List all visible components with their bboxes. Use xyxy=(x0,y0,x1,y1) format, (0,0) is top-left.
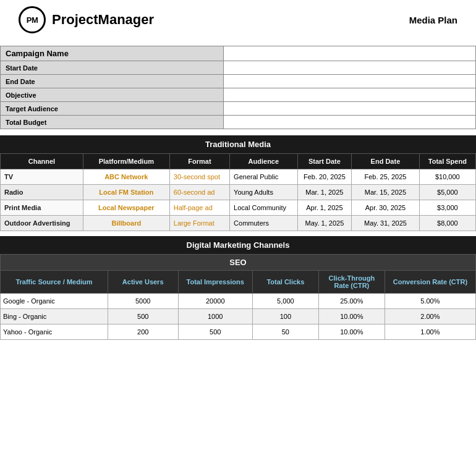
channel-cell: Radio xyxy=(1,185,83,200)
convrate-cell: 5.00% xyxy=(385,294,475,309)
channel-cell: Print Media xyxy=(1,200,83,216)
logo-initials: PM xyxy=(27,15,38,25)
campaign-label-1: Start Date xyxy=(1,61,224,75)
clicks-cell: 50 xyxy=(252,324,318,340)
traditional-media-table: ChannelPlatform/MediumFormatAudienceStar… xyxy=(0,153,476,231)
campaign-label-2: End Date xyxy=(1,75,224,88)
platform-cell: Billboard xyxy=(83,216,169,231)
campaign-value-0[interactable] xyxy=(224,46,476,61)
format-cell: 30-second spot xyxy=(169,169,229,185)
digital-marketing-section: Digital Marketing Channels SEOTraffic So… xyxy=(0,236,476,340)
enddate-cell: Apr. 30, 2025 xyxy=(352,200,420,216)
format-cell: 60-second ad xyxy=(169,185,229,200)
activeusers-cell: 5000 xyxy=(108,294,178,309)
campaign-value-1[interactable] xyxy=(224,61,476,75)
channel-cell: TV xyxy=(1,169,83,185)
enddate-cell: May. 31, 2025 xyxy=(352,216,420,231)
traffic-cell: Google - Organic xyxy=(1,294,108,309)
logo-icon: PM xyxy=(19,6,46,33)
table-row: TV ABC Network 30-second spot General Pu… xyxy=(1,169,476,185)
digital-col-5: Conversion Rate (CTR) xyxy=(385,271,475,294)
campaign-info-table: Campaign NameStart DateEnd DateObjective… xyxy=(0,46,476,129)
clicks-cell: 100 xyxy=(252,309,318,324)
campaign-value-5[interactable] xyxy=(224,116,476,129)
convrate-cell: 1.00% xyxy=(385,324,475,340)
traditional-col-4: Start Date xyxy=(297,154,352,169)
table-row: Outdoor Advertising Billboard Large Form… xyxy=(1,216,476,231)
seo-subheader-row: SEO xyxy=(1,255,476,271)
traffic-cell: Bing - Organic xyxy=(1,309,108,324)
audience-cell: Commuters xyxy=(230,216,298,231)
platform-cell: Local Newspaper xyxy=(83,200,169,216)
audience-cell: Young Adults xyxy=(230,185,298,200)
logo-area: PM ProjectManager xyxy=(19,6,154,33)
spend-cell: $5,000 xyxy=(419,185,475,200)
digital-col-0: Traffic Source / Medium xyxy=(1,271,108,294)
startdate-cell: Mar. 1, 2025 xyxy=(297,185,352,200)
audience-cell: General Public xyxy=(230,169,298,185)
list-item: Google - Organic 5000 20000 5,000 25.00%… xyxy=(1,294,476,309)
channel-cell: Outdoor Advertising xyxy=(1,216,83,231)
campaign-label-4: Target Audience xyxy=(1,102,224,116)
digital-marketing-table: SEOTraffic Source / MediumActive UsersTo… xyxy=(0,254,476,340)
format-cell: Large Format xyxy=(169,216,229,231)
list-item: Yahoo - Organic 200 500 50 10.00% 1.00% xyxy=(1,324,476,340)
impressions-cell: 20000 xyxy=(178,294,252,309)
platform-cell: ABC Network xyxy=(83,169,169,185)
clicks-cell: 5,000 xyxy=(252,294,318,309)
digital-marketing-title: Digital Marketing Channels xyxy=(0,236,476,254)
campaign-label-5: Total Budget xyxy=(1,116,224,129)
audience-cell: Local Community xyxy=(230,200,298,216)
ctr-cell: 25.00% xyxy=(318,294,385,309)
digital-header-row: Traffic Source / MediumActive UsersTotal… xyxy=(1,271,476,294)
campaign-value-4[interactable] xyxy=(224,102,476,116)
spend-cell: $10,000 xyxy=(419,169,475,185)
campaign-value-2[interactable] xyxy=(224,75,476,88)
ctr-cell: 10.00% xyxy=(318,324,385,340)
list-item: Bing - Organic 500 1000 100 10.00% 2.00% xyxy=(1,309,476,324)
ctr-cell: 10.00% xyxy=(318,309,385,324)
campaign-value-3[interactable] xyxy=(224,88,476,102)
page-header: PM ProjectManager Media Plan xyxy=(0,0,476,40)
digital-col-4: Click-Through Rate (CTR) xyxy=(318,271,385,294)
spend-cell: $3,000 xyxy=(419,200,475,216)
traditional-col-2: Format xyxy=(169,154,229,169)
digital-col-1: Active Users xyxy=(108,271,178,294)
traffic-cell: Yahoo - Organic xyxy=(1,324,108,340)
spend-cell: $8,000 xyxy=(419,216,475,231)
activeusers-cell: 500 xyxy=(108,309,178,324)
startdate-cell: Feb. 20, 2025 xyxy=(297,169,352,185)
digital-col-2: Total Impressions xyxy=(178,271,252,294)
startdate-cell: May. 1, 2025 xyxy=(297,216,352,231)
traditional-col-1: Platform/Medium xyxy=(83,154,169,169)
seo-label: SEO xyxy=(1,255,476,271)
traditional-media-title: Traditional Media xyxy=(0,135,476,153)
traditional-col-3: Audience xyxy=(230,154,298,169)
impressions-cell: 500 xyxy=(178,324,252,340)
format-cell: Half-page ad xyxy=(169,200,229,216)
doc-title: Media Plan xyxy=(409,15,457,25)
campaign-label-0: Campaign Name xyxy=(1,46,224,61)
traditional-media-section: Traditional Media ChannelPlatform/Medium… xyxy=(0,135,476,231)
traditional-col-0: Channel xyxy=(1,154,83,169)
impressions-cell: 1000 xyxy=(178,309,252,324)
table-row: Print Media Local Newspaper Half-page ad… xyxy=(1,200,476,216)
activeusers-cell: 200 xyxy=(108,324,178,340)
digital-col-3: Total Clicks xyxy=(252,271,318,294)
platform-cell: Local FM Station xyxy=(83,185,169,200)
campaign-label-3: Objective xyxy=(1,88,224,102)
startdate-cell: Apr. 1, 2025 xyxy=(297,200,352,216)
enddate-cell: Mar. 15, 2025 xyxy=(352,185,420,200)
convrate-cell: 2.00% xyxy=(385,309,475,324)
app-name: ProjectManager xyxy=(52,12,154,28)
enddate-cell: Feb. 25, 2025 xyxy=(352,169,420,185)
table-row: Radio Local FM Station 60-second ad Youn… xyxy=(1,185,476,200)
traditional-col-6: Total Spend xyxy=(419,154,475,169)
traditional-col-5: End Date xyxy=(352,154,420,169)
